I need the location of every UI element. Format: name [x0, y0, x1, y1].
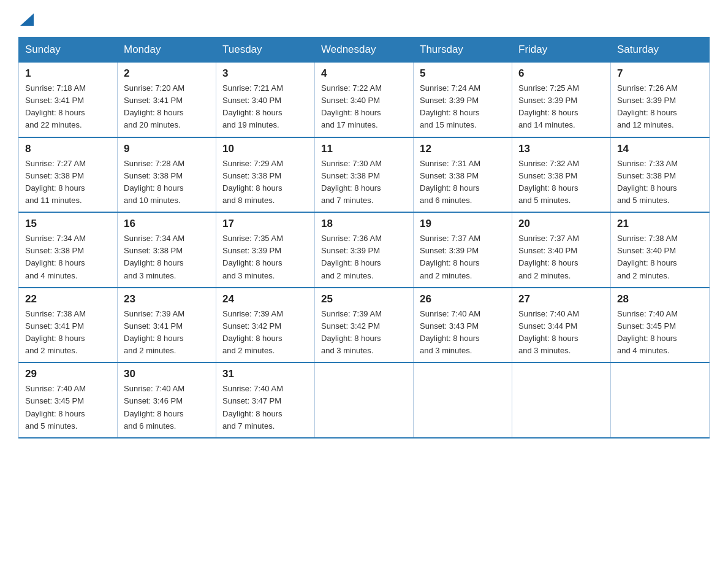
- calendar-cell: 23 Sunrise: 7:39 AMSunset: 3:41 PMDaylig…: [118, 288, 216, 363]
- day-info: Sunrise: 7:30 AMSunset: 3:38 PMDaylight:…: [321, 158, 407, 207]
- column-header-monday: Monday: [118, 37, 216, 63]
- calendar-cell: 25 Sunrise: 7:39 AMSunset: 3:42 PMDaylig…: [315, 288, 414, 363]
- day-info: Sunrise: 7:39 AMSunset: 3:41 PMDaylight:…: [124, 308, 210, 358]
- column-header-saturday: Saturday: [611, 37, 710, 63]
- day-info: Sunrise: 7:38 AMSunset: 3:40 PMDaylight:…: [617, 232, 703, 282]
- logo: [18, 12, 34, 26]
- column-header-thursday: Thursday: [414, 37, 512, 63]
- calendar-header-row: SundayMondayTuesdayWednesdayThursdayFrid…: [19, 37, 710, 63]
- day-number: 18: [321, 218, 407, 230]
- calendar-cell: [611, 362, 710, 438]
- day-number: 12: [420, 143, 506, 155]
- day-info: Sunrise: 7:38 AMSunset: 3:41 PMDaylight:…: [25, 308, 111, 358]
- day-number: 24: [222, 293, 308, 305]
- calendar-cell: 20 Sunrise: 7:37 AMSunset: 3:40 PMDaylig…: [512, 212, 611, 288]
- day-number: 21: [617, 218, 703, 230]
- day-number: 29: [25, 368, 111, 380]
- calendar-cell: 3 Sunrise: 7:21 AMSunset: 3:40 PMDayligh…: [216, 63, 315, 137]
- day-info: Sunrise: 7:21 AMSunset: 3:40 PMDaylight:…: [222, 82, 308, 132]
- calendar-cell: 14 Sunrise: 7:33 AMSunset: 3:38 PMDaylig…: [611, 137, 710, 213]
- day-number: 31: [222, 368, 308, 380]
- day-info: Sunrise: 7:25 AMSunset: 3:39 PMDaylight:…: [518, 82, 604, 132]
- column-header-friday: Friday: [512, 37, 611, 63]
- day-number: 9: [124, 143, 210, 155]
- day-number: 11: [321, 143, 407, 155]
- svg-marker-0: [20, 13, 34, 26]
- day-number: 25: [321, 293, 407, 305]
- calendar-cell: 17 Sunrise: 7:35 AMSunset: 3:39 PMDaylig…: [216, 212, 315, 288]
- day-info: Sunrise: 7:40 AMSunset: 3:44 PMDaylight:…: [518, 308, 604, 358]
- calendar-week-row: 1 Sunrise: 7:18 AMSunset: 3:41 PMDayligh…: [19, 63, 710, 137]
- day-info: Sunrise: 7:18 AMSunset: 3:41 PMDaylight:…: [25, 82, 111, 132]
- calendar-cell: 31 Sunrise: 7:40 AMSunset: 3:47 PMDaylig…: [216, 362, 315, 438]
- calendar-cell: 30 Sunrise: 7:40 AMSunset: 3:46 PMDaylig…: [118, 362, 216, 438]
- day-number: 13: [518, 143, 604, 155]
- calendar-table: SundayMondayTuesdayWednesdayThursdayFrid…: [18, 37, 710, 439]
- day-info: Sunrise: 7:26 AMSunset: 3:39 PMDaylight:…: [617, 82, 703, 132]
- calendar-week-row: 15 Sunrise: 7:34 AMSunset: 3:38 PMDaylig…: [19, 212, 710, 288]
- day-info: Sunrise: 7:40 AMSunset: 3:43 PMDaylight:…: [420, 308, 506, 358]
- column-header-tuesday: Tuesday: [216, 37, 315, 63]
- day-info: Sunrise: 7:40 AMSunset: 3:45 PMDaylight:…: [25, 383, 111, 432]
- calendar-cell: 12 Sunrise: 7:31 AMSunset: 3:38 PMDaylig…: [414, 137, 512, 213]
- day-number: 20: [518, 218, 604, 230]
- day-info: Sunrise: 7:33 AMSunset: 3:38 PMDaylight:…: [617, 158, 703, 207]
- calendar-cell: 6 Sunrise: 7:25 AMSunset: 3:39 PMDayligh…: [512, 63, 611, 137]
- day-number: 7: [617, 67, 703, 80]
- calendar-cell: [315, 362, 414, 438]
- day-info: Sunrise: 7:28 AMSunset: 3:38 PMDaylight:…: [124, 158, 210, 207]
- calendar-cell: 29 Sunrise: 7:40 AMSunset: 3:45 PMDaylig…: [19, 362, 118, 438]
- day-info: Sunrise: 7:27 AMSunset: 3:38 PMDaylight:…: [25, 158, 111, 207]
- logo-arrow-icon: [20, 13, 34, 26]
- day-number: 26: [420, 293, 506, 305]
- day-number: 28: [617, 293, 703, 305]
- calendar-cell: 7 Sunrise: 7:26 AMSunset: 3:39 PMDayligh…: [611, 63, 710, 137]
- day-info: Sunrise: 7:37 AMSunset: 3:40 PMDaylight:…: [518, 232, 604, 282]
- day-info: Sunrise: 7:39 AMSunset: 3:42 PMDaylight:…: [321, 308, 407, 358]
- day-number: 8: [25, 143, 111, 155]
- day-number: 16: [124, 218, 210, 230]
- calendar-week-row: 22 Sunrise: 7:38 AMSunset: 3:41 PMDaylig…: [19, 288, 710, 363]
- calendar-cell: 21 Sunrise: 7:38 AMSunset: 3:40 PMDaylig…: [611, 212, 710, 288]
- calendar-cell: 1 Sunrise: 7:18 AMSunset: 3:41 PMDayligh…: [19, 63, 118, 137]
- calendar-cell: 10 Sunrise: 7:29 AMSunset: 3:38 PMDaylig…: [216, 137, 315, 213]
- calendar-cell: 8 Sunrise: 7:27 AMSunset: 3:38 PMDayligh…: [19, 137, 118, 213]
- calendar-cell: 11 Sunrise: 7:30 AMSunset: 3:38 PMDaylig…: [315, 137, 414, 213]
- calendar-cell: [414, 362, 512, 438]
- calendar-cell: 24 Sunrise: 7:39 AMSunset: 3:42 PMDaylig…: [216, 288, 315, 363]
- calendar-cell: 16 Sunrise: 7:34 AMSunset: 3:38 PMDaylig…: [118, 212, 216, 288]
- day-info: Sunrise: 7:34 AMSunset: 3:38 PMDaylight:…: [25, 232, 111, 282]
- day-number: 14: [617, 143, 703, 155]
- day-info: Sunrise: 7:31 AMSunset: 3:38 PMDaylight:…: [420, 158, 506, 207]
- day-info: Sunrise: 7:39 AMSunset: 3:42 PMDaylight:…: [222, 308, 308, 358]
- day-number: 17: [222, 218, 308, 230]
- column-header-wednesday: Wednesday: [315, 37, 414, 63]
- day-number: 10: [222, 143, 308, 155]
- calendar-week-row: 8 Sunrise: 7:27 AMSunset: 3:38 PMDayligh…: [19, 137, 710, 213]
- day-number: 2: [124, 67, 210, 80]
- day-number: 30: [124, 368, 210, 380]
- calendar-cell: 28 Sunrise: 7:40 AMSunset: 3:45 PMDaylig…: [611, 288, 710, 363]
- day-number: 15: [25, 218, 111, 230]
- day-info: Sunrise: 7:29 AMSunset: 3:38 PMDaylight:…: [222, 158, 308, 207]
- day-info: Sunrise: 7:35 AMSunset: 3:39 PMDaylight:…: [222, 232, 308, 282]
- day-info: Sunrise: 7:40 AMSunset: 3:47 PMDaylight:…: [222, 383, 308, 432]
- calendar-cell: 4 Sunrise: 7:22 AMSunset: 3:40 PMDayligh…: [315, 63, 414, 137]
- day-info: Sunrise: 7:36 AMSunset: 3:39 PMDaylight:…: [321, 232, 407, 282]
- day-info: Sunrise: 7:20 AMSunset: 3:41 PMDaylight:…: [124, 82, 210, 132]
- calendar-cell: 18 Sunrise: 7:36 AMSunset: 3:39 PMDaylig…: [315, 212, 414, 288]
- column-header-sunday: Sunday: [19, 37, 118, 63]
- day-info: Sunrise: 7:24 AMSunset: 3:39 PMDaylight:…: [420, 82, 506, 132]
- calendar-cell: 26 Sunrise: 7:40 AMSunset: 3:43 PMDaylig…: [414, 288, 512, 363]
- day-number: 19: [420, 218, 506, 230]
- day-number: 3: [222, 67, 308, 80]
- day-number: 22: [25, 293, 111, 305]
- page-header: [18, 12, 710, 26]
- calendar-cell: 15 Sunrise: 7:34 AMSunset: 3:38 PMDaylig…: [19, 212, 118, 288]
- calendar-cell: 13 Sunrise: 7:32 AMSunset: 3:38 PMDaylig…: [512, 137, 611, 213]
- day-number: 4: [321, 67, 407, 80]
- day-info: Sunrise: 7:40 AMSunset: 3:45 PMDaylight:…: [617, 308, 703, 358]
- day-info: Sunrise: 7:22 AMSunset: 3:40 PMDaylight:…: [321, 82, 407, 132]
- day-number: 5: [420, 67, 506, 80]
- calendar-cell: 19 Sunrise: 7:37 AMSunset: 3:39 PMDaylig…: [414, 212, 512, 288]
